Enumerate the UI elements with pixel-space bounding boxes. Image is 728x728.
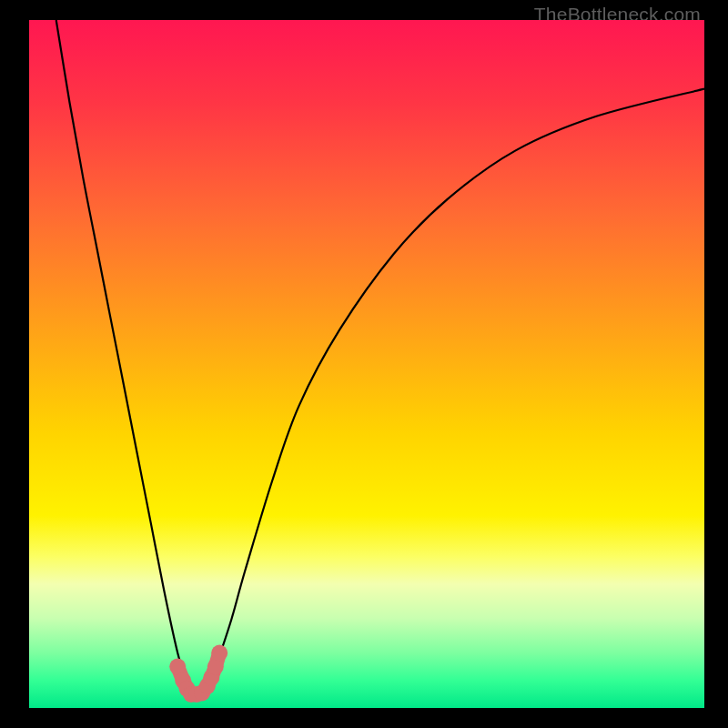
svg-point-9 [211, 645, 228, 662]
plot-area [29, 20, 704, 708]
gradient-background [29, 20, 704, 708]
svg-point-8 [207, 659, 224, 675]
chart-frame: TheBottleneck.com [0, 0, 728, 728]
bottleneck-chart [29, 20, 704, 708]
